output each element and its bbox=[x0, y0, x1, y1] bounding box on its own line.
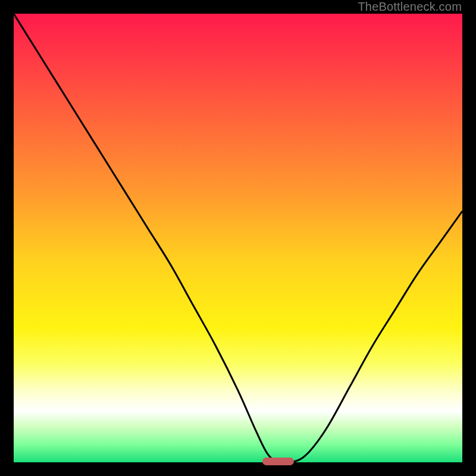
curve-layer bbox=[14, 14, 462, 462]
attribution-label: TheBottleneck.com bbox=[358, 0, 462, 14]
min-marker bbox=[262, 458, 294, 465]
bottleneck-curve bbox=[14, 14, 462, 462]
chart-frame: TheBottleneck.com bbox=[0, 0, 476, 476]
